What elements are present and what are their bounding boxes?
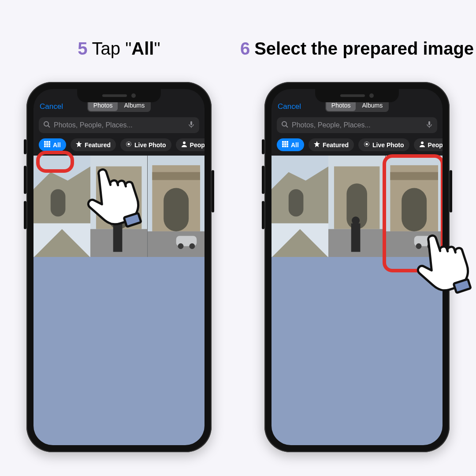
- svg-point-0: [44, 122, 48, 126]
- svg-rect-43: [284, 141, 286, 143]
- svg-rect-47: [286, 143, 288, 145]
- svg-rect-11: [46, 145, 48, 147]
- chip-people[interactable]: Peop: [176, 138, 205, 151]
- phone-side-button: [212, 170, 214, 212]
- svg-rect-58: [289, 189, 304, 216]
- photo-thumbnail[interactable]: [33, 156, 90, 257]
- svg-rect-6: [48, 141, 50, 143]
- svg-rect-46: [284, 143, 286, 145]
- chip-featured[interactable]: Featured: [309, 138, 354, 151]
- photo-thumbnail[interactable]: [386, 156, 443, 257]
- chip-label: Live Photo: [372, 141, 404, 149]
- phone-screen: Cancel Photos Albums Photos, People, Pla…: [33, 89, 205, 445]
- chip-label: All: [53, 141, 61, 149]
- chip-people[interactable]: Peop: [414, 138, 443, 151]
- phone-side-button: [262, 139, 264, 154]
- chip-label: Peop: [190, 141, 205, 149]
- chip-label: Featured: [323, 141, 349, 149]
- search-icon: [281, 121, 288, 130]
- chip-label: Featured: [85, 141, 111, 149]
- svg-rect-49: [284, 145, 286, 147]
- cancel-button[interactable]: Cancel: [40, 102, 63, 111]
- svg-rect-7: [44, 143, 46, 145]
- speaker-icon: [102, 94, 127, 97]
- svg-point-28: [114, 216, 122, 224]
- photo-grid: [33, 156, 205, 257]
- cancel-button[interactable]: Cancel: [278, 102, 301, 111]
- svg-rect-27: [113, 223, 123, 252]
- svg-line-39: [286, 126, 288, 127]
- svg-rect-42: [282, 141, 284, 143]
- photo-thumbnail[interactable]: [328, 156, 385, 257]
- svg-point-52: [366, 143, 368, 145]
- search-icon: [43, 121, 50, 130]
- svg-rect-10: [44, 145, 46, 147]
- svg-rect-48: [282, 145, 284, 147]
- step-6-title: 6Select the prepared image: [240, 0, 474, 79]
- mic-icon[interactable]: [426, 121, 433, 130]
- live-photo-icon: [364, 141, 370, 149]
- svg-rect-12: [48, 145, 50, 147]
- svg-rect-2: [190, 121, 192, 125]
- svg-point-38: [282, 122, 286, 126]
- svg-rect-75: [454, 279, 471, 293]
- svg-rect-69: [390, 172, 438, 180]
- photo-thumbnail[interactable]: [271, 156, 328, 257]
- step-number: 5: [78, 39, 87, 58]
- phone-side-button: [24, 166, 26, 194]
- blank-area: [271, 257, 443, 445]
- camera-icon: [131, 93, 136, 98]
- speaker-icon: [340, 94, 365, 97]
- svg-rect-50: [286, 145, 288, 147]
- phone-side-button: [24, 201, 26, 229]
- phone-side-button: [24, 139, 26, 154]
- star-icon: [76, 141, 82, 149]
- phone-frame: Cancel Photos Albums Photos, People, Pla…: [264, 82, 450, 452]
- svg-line-1: [48, 126, 50, 127]
- filter-chips: All Featured Live Photo: [33, 137, 205, 156]
- phone-screen: Cancel Photos Albums Photos, People, Pla…: [271, 89, 443, 445]
- phone-frame: Cancel Photos Albums Photos, People, Pla…: [26, 82, 212, 452]
- svg-rect-5: [46, 141, 48, 143]
- search-placeholder: Photos, People, Places...: [292, 121, 422, 129]
- svg-point-74: [427, 243, 433, 249]
- step-5-title: 5Tap "All": [78, 0, 160, 79]
- svg-point-16: [183, 141, 186, 144]
- chip-featured[interactable]: Featured: [71, 138, 116, 151]
- camera-icon: [369, 93, 374, 98]
- step-text: Tap ": [92, 39, 132, 58]
- step-number: 6: [240, 39, 250, 58]
- photo-grid: [271, 156, 443, 257]
- chip-live-photo[interactable]: Live Photo: [120, 138, 171, 151]
- search-placeholder: Photos, People, Places...: [54, 121, 184, 129]
- chip-all[interactable]: All: [277, 138, 304, 151]
- phone-side-button: [262, 201, 264, 229]
- step-bold: All: [131, 39, 154, 58]
- svg-rect-70: [402, 188, 427, 231]
- svg-rect-40: [428, 121, 430, 125]
- svg-point-36: [189, 243, 195, 249]
- chip-label: All: [291, 141, 299, 149]
- svg-rect-31: [152, 172, 200, 180]
- star-icon: [314, 141, 320, 149]
- mic-icon[interactable]: [188, 121, 195, 130]
- svg-rect-45: [282, 143, 284, 145]
- photo-thumbnail[interactable]: [148, 156, 205, 257]
- svg-rect-20: [51, 189, 66, 216]
- chip-all[interactable]: All: [39, 138, 66, 151]
- svg-point-54: [421, 141, 424, 144]
- photo-thumbnail[interactable]: [90, 156, 147, 257]
- search-input[interactable]: Photos, People, Places...: [277, 117, 437, 133]
- chip-live-photo[interactable]: Live Photo: [358, 138, 409, 151]
- step-bold: Select the prepared image: [254, 39, 474, 58]
- svg-rect-32: [164, 188, 189, 231]
- svg-rect-44: [286, 141, 288, 143]
- person-icon: [419, 141, 425, 149]
- blank-area: [33, 257, 205, 445]
- chip-label: Live Photo: [134, 141, 166, 149]
- phone-notch: [315, 89, 399, 102]
- svg-rect-4: [44, 141, 46, 143]
- svg-point-35: [178, 243, 183, 249]
- search-input[interactable]: Photos, People, Places...: [39, 117, 199, 133]
- live-photo-icon: [126, 141, 132, 149]
